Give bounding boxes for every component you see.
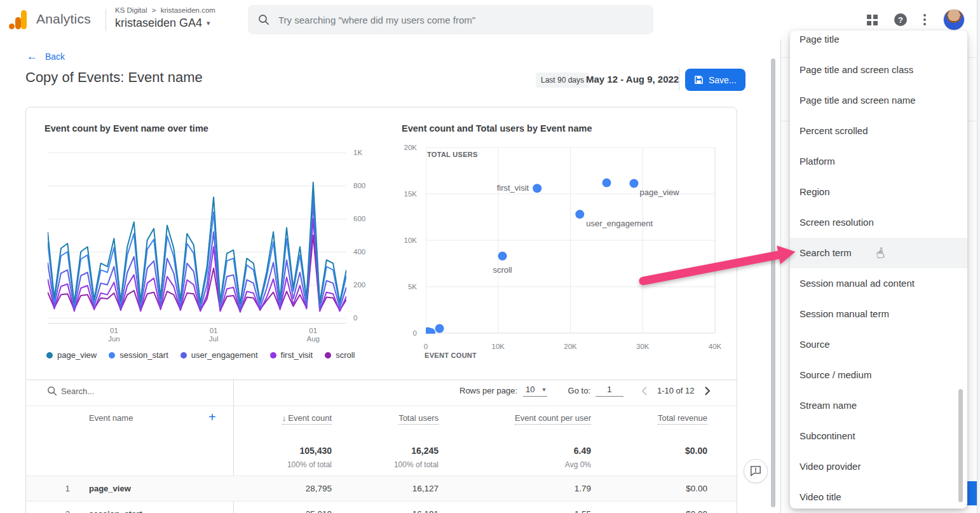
- y-tick-label: 200: [353, 281, 375, 289]
- previous-page-icon[interactable]: [641, 386, 647, 395]
- column-header-event-count[interactable]: ↓Event count: [282, 413, 332, 423]
- date-range[interactable]: May 12 - Aug 9, 2022: [586, 74, 679, 85]
- feedback-icon: [750, 465, 761, 477]
- main-scrollbar-thumb[interactable]: [771, 58, 775, 507]
- y-tick-label: 400: [353, 248, 375, 256]
- chart-legend: page_viewsession_startuser_engagementfir…: [46, 350, 355, 360]
- legend-dot-icon: [325, 352, 331, 359]
- y-tick-label: 600: [353, 215, 375, 222]
- save-icon: [694, 75, 704, 85]
- menu-item-page-title[interactable]: Page title: [790, 31, 967, 55]
- scatter-label-user-engagement: user_engagement: [586, 219, 653, 228]
- legend-dot-icon: [109, 352, 115, 359]
- dimension-column-header[interactable]: Event name: [89, 413, 133, 423]
- row-value: $0.00: [686, 509, 707, 513]
- scatter-dot-first-visit[interactable]: [533, 184, 541, 193]
- breadcrumb-site[interactable]: kristaseiden.com: [161, 6, 215, 14]
- scatter-y-tick: 5K: [400, 283, 417, 291]
- scatter-plot[interactable]: page_viewfirst_visituser_engagementscrol…: [426, 147, 716, 334]
- table-search-input[interactable]: [61, 382, 214, 400]
- scatter-dot-page-view[interactable]: [630, 179, 639, 188]
- add-dimension-button[interactable]: +: [208, 410, 216, 425]
- breadcrumb[interactable]: KS Digital > kristaseiden.com: [115, 6, 215, 14]
- scatter-dot-session-start[interactable]: [602, 179, 611, 188]
- global-search[interactable]: [248, 5, 653, 34]
- row-value: 16,191: [412, 509, 439, 513]
- diagnostics-grid-icon[interactable]: [867, 15, 878, 25]
- legend-label: first_visit: [281, 350, 313, 360]
- menu-item-platform[interactable]: Platform: [790, 146, 967, 177]
- row-index: 2: [57, 509, 70, 513]
- y-tick-label: 0: [353, 314, 375, 322]
- scatter-x-tick: 20K: [555, 343, 587, 350]
- line-chart-plot[interactable]: [48, 145, 346, 324]
- column-header-total-users[interactable]: Total users: [398, 413, 439, 423]
- feedback-button[interactable]: [744, 459, 768, 483]
- menu-item-video-title[interactable]: Video title: [790, 482, 967, 509]
- legend-item-session-start[interactable]: session_start: [109, 350, 168, 360]
- column-header-label: Total revenue: [658, 413, 707, 425]
- row-value: 16,127: [412, 484, 439, 493]
- scatter-dot-scroll[interactable]: [498, 252, 507, 261]
- series-page-view: [48, 182, 346, 304]
- legend-item-scroll[interactable]: scroll: [325, 350, 355, 360]
- row-event-name[interactable]: session_start: [89, 509, 142, 513]
- menu-item-screen-resolution[interactable]: Screen resolution: [790, 207, 967, 238]
- goto-page-input[interactable]: [595, 385, 623, 397]
- dimension-menu-list: Page titlePage title and screen classPag…: [790, 31, 967, 509]
- row-value: $0.00: [686, 484, 707, 493]
- rows-per-page-select[interactable]: 10 ▾: [523, 385, 547, 397]
- totals-value: 105,430: [299, 446, 332, 456]
- menu-item-source-medium[interactable]: Source / medium: [790, 360, 967, 390]
- scatter-label-page-view: page_view: [640, 188, 680, 197]
- menu-item-region[interactable]: Region: [790, 177, 967, 207]
- menu-item-session-manual-ad-content[interactable]: Session manual ad content: [790, 268, 967, 299]
- legend-item-first-visit[interactable]: first_visit: [270, 350, 313, 360]
- scatter-x-axis-name: EVENT COUNT: [425, 352, 477, 359]
- column-header-label: ↓Event count: [282, 413, 332, 425]
- row-value: 1.79: [575, 484, 591, 493]
- legend-item-user-engagement[interactable]: user_engagement: [180, 350, 258, 360]
- header-divider: [679, 69, 679, 91]
- scatter-dot-event[interactable]: [435, 324, 444, 333]
- date-preset-chip[interactable]: Last 90 days: [536, 72, 589, 88]
- scatter-dot-user-engagement[interactable]: [575, 210, 584, 219]
- totals-value: 6.49: [574, 446, 591, 456]
- analytics-logo-icon[interactable]: [9, 10, 28, 29]
- menu-item-stream-name[interactable]: Stream name: [790, 390, 967, 421]
- column-header-label: Total users: [398, 413, 439, 425]
- rows-per-page-value: 10: [526, 385, 534, 394]
- table-border-header: [26, 406, 737, 406]
- menu-item-session-manual-term[interactable]: Session manual term: [790, 299, 967, 329]
- row-event-name[interactable]: page_view: [89, 484, 131, 493]
- menu-item-subcontinent[interactable]: Subcontinent: [790, 421, 967, 451]
- next-page-icon[interactable]: [705, 386, 711, 395]
- totals-subtext: 100% of total: [394, 460, 439, 469]
- property-selector[interactable]: kristaseiden GA4 ▾: [115, 17, 210, 30]
- menu-scrollbar-thumb[interactable]: [958, 389, 963, 502]
- more-options-icon[interactable]: [923, 14, 926, 25]
- breadcrumb-org[interactable]: KS Digital: [115, 6, 147, 14]
- menu-item-search-term[interactable]: Search term: [790, 238, 967, 268]
- column-header-total-revenue[interactable]: Total revenue: [658, 413, 707, 423]
- legend-label: scroll: [336, 350, 355, 360]
- avatar[interactable]: [943, 9, 965, 31]
- goto-label: Go to:: [568, 386, 590, 395]
- help-icon[interactable]: ?: [894, 13, 907, 26]
- topbar-divider: [105, 9, 106, 31]
- legend-label: session_start: [119, 350, 168, 360]
- save-button[interactable]: Save...: [685, 69, 745, 91]
- line-chart-title: Event count by Event name over time: [44, 123, 208, 133]
- menu-item-source[interactable]: Source: [790, 329, 967, 360]
- menu-item-percent-scrolled[interactable]: Percent scrolled: [790, 116, 967, 146]
- scatter-chart-title: Event count and Total users by Event nam…: [402, 123, 592, 133]
- scatter-x-tick: 10K: [482, 343, 514, 350]
- menu-item-page-title-and-screen-name[interactable]: Page title and screen name: [790, 85, 967, 116]
- browser-scrollbar[interactable]: [977, 0, 980, 513]
- menu-item-video-provider[interactable]: Video provider: [790, 451, 967, 482]
- search-input[interactable]: [278, 15, 643, 25]
- legend-item-page-view[interactable]: page_view: [46, 350, 97, 360]
- menu-item-page-title-and-screen-class[interactable]: Page title and screen class: [790, 55, 967, 85]
- column-header-event-count-per-user[interactable]: Event count per user: [515, 413, 591, 423]
- back-button[interactable]: ← Back: [27, 50, 65, 63]
